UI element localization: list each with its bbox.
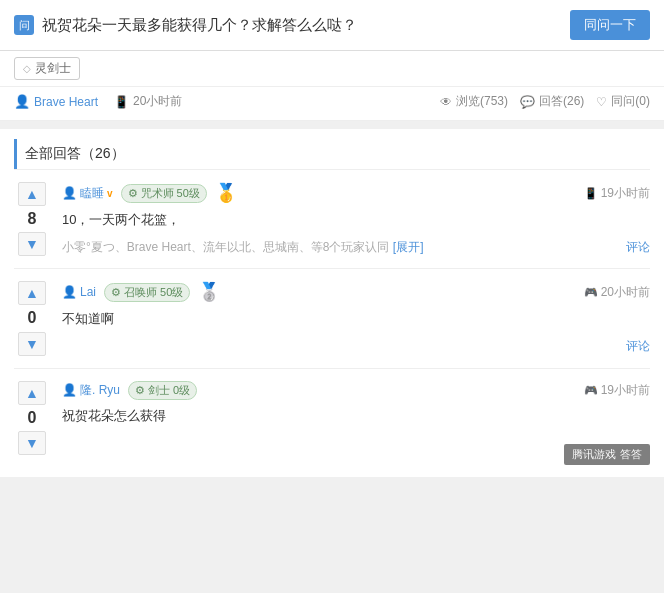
answer-card-2: ▲ 0 ▼ 👤 Lai ⚙ 召唤师 50级 🥈 🎮 <box>14 268 650 367</box>
vote-down-btn-3[interactable]: ▼ <box>18 431 46 455</box>
level-badge-3: ⚙ 剑士 0级 <box>128 381 197 400</box>
comment-link-1[interactable]: 评论 <box>626 239 650 256</box>
answer-text-3: 祝贺花朵怎么获得 <box>62 406 650 427</box>
reply-icon: 💬 <box>520 95 535 109</box>
answer-content-3: 👤 隆. Ryu ⚙ 剑士 0级 🎮 19小时前 祝贺花朵怎么获得 <box>62 381 650 465</box>
answer-likes-2: 评论 <box>62 338 650 355</box>
header-left: 问 祝贺花朵一天最多能获得几个？求解答么么哒？ <box>14 15 357 35</box>
answers-section: 全部回答（26） ▲ 8 ▼ 👤 瞌睡 v ⚙ 咒术师 50级 <box>0 129 664 477</box>
user-name-2[interactable]: 👤 Lai <box>62 285 96 299</box>
question-icon: 问 <box>14 15 34 35</box>
answer-time-2: 🎮 20小时前 <box>584 284 650 301</box>
post-time: 📱 20小时前 <box>114 93 182 110</box>
answers-title: 全部回答（26） <box>14 139 650 169</box>
answer-meta-2: 👤 Lai ⚙ 召唤师 50级 🥈 🎮 20小时前 <box>62 281 650 303</box>
user-icon-2: 👤 <box>62 285 77 299</box>
like-stat: ♡ 同问(0) <box>596 93 650 110</box>
medal-2: 🥈 <box>198 281 220 303</box>
answer-card-1: ▲ 8 ▼ 👤 瞌睡 v ⚙ 咒术师 50级 🥇 <box>14 169 650 268</box>
tag-bar: ◇ 灵剑士 <box>0 51 664 87</box>
vote-count-1: 8 <box>28 208 37 230</box>
vote-up-btn-2[interactable]: ▲ <box>18 281 46 305</box>
vote-down-btn-1[interactable]: ▼ <box>18 232 46 256</box>
answer-meta-1: 👤 瞌睡 v ⚙ 咒术师 50级 🥇 📱 19小时前 <box>62 182 650 204</box>
vote-section-3: ▲ 0 ▼ <box>14 381 50 465</box>
reply-stat: 💬 回答(26) <box>520 93 584 110</box>
gear-icon-3: ⚙ <box>135 384 145 397</box>
vote-down-btn-2[interactable]: ▼ <box>18 332 46 356</box>
expand-link-1[interactable]: [展开] <box>393 240 424 254</box>
device-icon-1: 📱 <box>584 187 598 200</box>
answer-content-1: 👤 瞌睡 v ⚙ 咒术师 50级 🥇 📱 19小时前 10，一天两个花篮， <box>62 182 650 256</box>
category-tag[interactable]: ◇ 灵剑士 <box>14 57 80 80</box>
mobile-icon: 📱 <box>114 95 129 109</box>
watermark-overlay: 腾讯游戏 答答 <box>564 444 650 465</box>
like-icon: ♡ <box>596 95 607 109</box>
browse-icon: 👁 <box>440 95 452 109</box>
page-wrapper: 问 祝贺花朵一天最多能获得几个？求解答么么哒？ 同问一下 ◇ 灵剑士 👤 Bra… <box>0 0 664 477</box>
vote-up-btn-1[interactable]: ▲ <box>18 182 46 206</box>
vote-section-1: ▲ 8 ▼ <box>14 182 50 256</box>
vote-count-3: 0 <box>28 407 37 429</box>
watermark-sub: 答答 <box>620 447 642 462</box>
user-name-1[interactable]: 👤 瞌睡 v <box>62 185 113 202</box>
browse-stat: 👁 浏览(753) <box>440 93 508 110</box>
time-label: 20小时前 <box>133 93 182 110</box>
answer-card-3: ▲ 0 ▼ 👤 隆. Ryu ⚙ 剑士 0级 🎮 19小时前 <box>14 368 650 477</box>
device-icon-3: 🎮 <box>584 384 598 397</box>
author-info: 👤 Brave Heart <box>14 94 98 109</box>
ask-button[interactable]: 同问一下 <box>570 10 650 40</box>
vote-section-2: ▲ 0 ▼ <box>14 281 50 355</box>
user-name-3[interactable]: 👤 隆. Ryu <box>62 382 120 399</box>
level-badge-1: ⚙ 咒术师 50级 <box>121 184 207 203</box>
vote-up-btn-3[interactable]: ▲ <box>18 381 46 405</box>
author-name[interactable]: Brave Heart <box>34 95 98 109</box>
user-icon: 👤 <box>14 94 30 109</box>
answer-meta-3: 👤 隆. Ryu ⚙ 剑士 0级 🎮 19小时前 <box>62 381 650 400</box>
watermark-logo: 腾讯游戏 <box>572 447 616 462</box>
tag-label: 灵剑士 <box>35 60 71 77</box>
answer-time-1: 📱 19小时前 <box>584 185 650 202</box>
page-title: 祝贺花朵一天最多能获得几个？求解答么么哒？ <box>42 16 357 35</box>
diamond-icon: ◇ <box>23 63 31 74</box>
device-icon-2: 🎮 <box>584 286 598 299</box>
answer-content-2: 👤 Lai ⚙ 召唤师 50级 🥈 🎮 20小时前 不知道啊 <box>62 281 650 355</box>
level-badge-2: ⚙ 召唤师 50级 <box>104 283 190 302</box>
user-icon-1: 👤 <box>62 186 77 200</box>
comment-link-2[interactable]: 评论 <box>626 338 650 355</box>
likes-users-1: 小零°夏つ、Brave Heart、流年以北、思城南、等8个玩家认同 [展开] <box>62 239 424 256</box>
like-label: 同问(0) <box>611 93 650 110</box>
author-bar: 👤 Brave Heart 📱 20小时前 👁 浏览(753) 💬 回答(26)… <box>0 87 664 121</box>
section-divider <box>0 121 664 129</box>
user-icon-3: 👤 <box>62 383 77 397</box>
reply-label: 回答(26) <box>539 93 584 110</box>
answer-text-1: 10，一天两个花篮， <box>62 210 650 231</box>
answer-likes-1: 小零°夏つ、Brave Heart、流年以北、思城南、等8个玩家认同 [展开] … <box>62 239 650 256</box>
stats-row: 👁 浏览(753) 💬 回答(26) ♡ 同问(0) <box>440 93 650 110</box>
medal-1: 🥇 <box>215 182 237 204</box>
verified-badge-1: v <box>107 188 113 199</box>
gear-icon-1: ⚙ <box>128 187 138 200</box>
browse-label: 浏览(753) <box>456 93 508 110</box>
header: 问 祝贺花朵一天最多能获得几个？求解答么么哒？ 同问一下 <box>0 0 664 51</box>
vote-count-2: 0 <box>28 307 37 329</box>
watermark-row: 腾讯游戏 答答 <box>62 435 650 465</box>
gear-icon-2: ⚙ <box>111 286 121 299</box>
answer-time-3: 🎮 19小时前 <box>584 382 650 399</box>
answer-text-2: 不知道啊 <box>62 309 650 330</box>
